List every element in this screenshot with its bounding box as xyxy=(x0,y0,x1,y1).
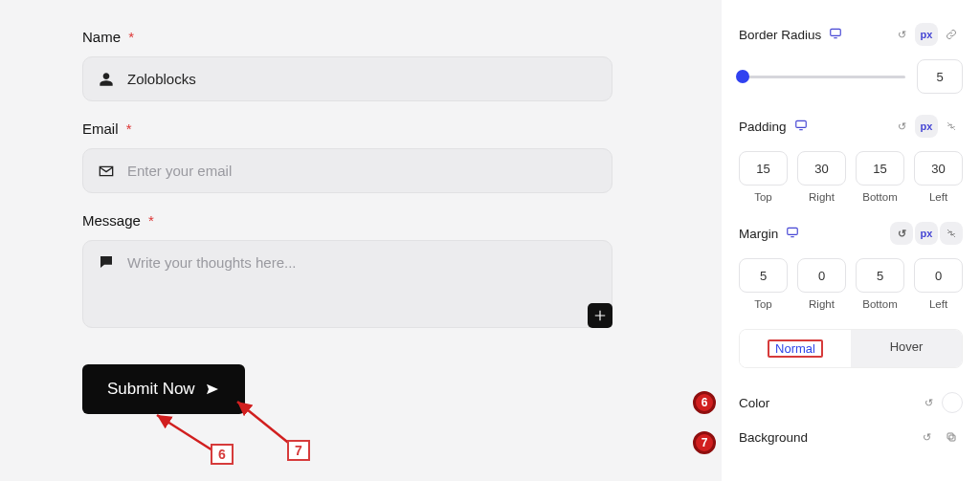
user-icon xyxy=(99,72,114,87)
message-label: Message * xyxy=(82,212,706,229)
name-label: Name * xyxy=(82,29,706,45)
unlink-icon[interactable] xyxy=(940,115,963,138)
submit-label: Submit Now xyxy=(107,380,195,399)
reset-icon[interactable]: ↺ xyxy=(890,115,913,138)
name-group: Name * Zoloblocks xyxy=(82,29,706,101)
side-left: Left xyxy=(914,191,963,203)
margin-row: Margin ↺ px xyxy=(739,222,963,245)
send-icon xyxy=(205,382,220,397)
unit-toggle[interactable]: px xyxy=(915,115,938,138)
tab-normal-label: Normal xyxy=(768,339,823,358)
unit-toggle[interactable]: px xyxy=(915,222,938,245)
state-tabs: Normal Hover xyxy=(739,329,963,368)
reset-icon[interactable]: ↺ xyxy=(890,222,913,245)
message-placeholder: Write your thoughts here... xyxy=(127,254,296,271)
margin-bottom-input[interactable]: 5 xyxy=(856,258,904,293)
svg-rect-4 xyxy=(947,433,953,439)
padding-left-input[interactable]: 30 xyxy=(914,151,963,186)
email-label: Email * xyxy=(82,120,706,137)
desktop-icon[interactable] xyxy=(794,119,808,135)
slider-thumb[interactable] xyxy=(736,70,749,83)
padding-row: Padding ↺ px xyxy=(739,115,963,138)
padding-bottom-input[interactable]: 15 xyxy=(856,151,904,186)
annotation-box-6: 6 xyxy=(211,444,234,465)
email-placeholder: Enter your email xyxy=(127,163,232,179)
svg-rect-1 xyxy=(795,120,806,127)
padding-grid: 15 30 15 30 xyxy=(739,151,963,186)
side-top: Top xyxy=(739,298,788,310)
email-group: Email * Enter your email xyxy=(82,120,706,193)
background-label: Background xyxy=(739,430,808,445)
margin-label: Margin xyxy=(739,227,778,241)
form-canvas: Name * Zoloblocks Email * Enter your ema… xyxy=(0,0,706,481)
color-label: Color xyxy=(739,396,769,410)
side-bottom: Bottom xyxy=(856,298,904,310)
link-icon[interactable] xyxy=(940,23,963,46)
reset-icon[interactable]: ↺ xyxy=(890,23,913,46)
margin-right-input[interactable]: 0 xyxy=(797,258,846,293)
color-swatch[interactable] xyxy=(942,392,963,413)
tab-hover[interactable]: Hover xyxy=(851,330,962,367)
annotation-badge-6: 6 xyxy=(693,391,716,414)
required-mark: * xyxy=(128,29,134,45)
side-right: Right xyxy=(797,298,846,310)
padding-right-input[interactable]: 30 xyxy=(797,151,846,186)
border-radius-row: Border Radius ↺ px xyxy=(739,23,963,46)
annotation-box-7: 7 xyxy=(287,440,310,461)
margin-grid: 5 0 5 0 xyxy=(739,258,963,293)
tab-normal[interactable]: Normal xyxy=(740,330,851,367)
required-mark: * xyxy=(148,212,154,229)
margin-top-input[interactable]: 5 xyxy=(739,258,788,293)
side-top: Top xyxy=(739,191,788,203)
border-radius-slider[interactable] xyxy=(739,76,905,78)
svg-rect-2 xyxy=(788,228,798,234)
padding-label: Padding xyxy=(739,120,787,134)
name-value: Zoloblocks xyxy=(127,71,196,87)
email-label-text: Email xyxy=(82,120,119,137)
unlink-icon[interactable] xyxy=(940,222,963,245)
copy-icon[interactable] xyxy=(940,426,963,448)
svg-rect-0 xyxy=(831,29,841,35)
name-input[interactable]: Zoloblocks xyxy=(82,56,612,101)
submit-button[interactable]: Submit Now xyxy=(82,364,245,414)
margin-left-input[interactable]: 0 xyxy=(914,258,963,293)
unit-toggle[interactable]: px xyxy=(915,23,938,46)
tab-hover-label: Hover xyxy=(884,339,929,354)
padding-top-input[interactable]: 15 xyxy=(739,151,788,186)
color-row: Color ↺ xyxy=(739,385,963,420)
border-radius-label: Border Radius xyxy=(739,28,821,42)
message-group: Message * Write your thoughts here... xyxy=(82,212,706,328)
reset-icon[interactable]: ↺ xyxy=(917,391,940,414)
style-sidebar: Border Radius ↺ px 5 Padding ↺ px xyxy=(722,0,980,481)
add-block-button[interactable] xyxy=(588,303,612,328)
email-input[interactable]: Enter your email xyxy=(82,148,612,193)
margin-side-labels: Top Right Bottom Left xyxy=(739,298,963,310)
envelope-icon xyxy=(99,164,114,179)
side-right: Right xyxy=(797,191,846,203)
svg-rect-3 xyxy=(949,435,955,441)
side-bottom: Bottom xyxy=(856,191,904,203)
plus-icon xyxy=(593,309,607,322)
chat-icon xyxy=(99,254,114,270)
reset-icon[interactable]: ↺ xyxy=(915,426,938,448)
padding-side-labels: Top Right Bottom Left xyxy=(739,191,963,203)
desktop-icon[interactable] xyxy=(786,226,799,242)
background-row: Background ↺ xyxy=(739,420,963,454)
name-label-text: Name xyxy=(82,29,121,45)
side-left: Left xyxy=(914,298,963,310)
border-radius-value[interactable]: 5 xyxy=(917,59,963,94)
message-label-text: Message xyxy=(82,212,141,229)
desktop-icon[interactable] xyxy=(829,27,842,43)
required-mark: * xyxy=(126,120,132,137)
border-radius-slider-row: 5 xyxy=(739,59,963,94)
message-input[interactable]: Write your thoughts here... xyxy=(82,240,612,328)
annotation-badge-7: 7 xyxy=(693,431,716,454)
